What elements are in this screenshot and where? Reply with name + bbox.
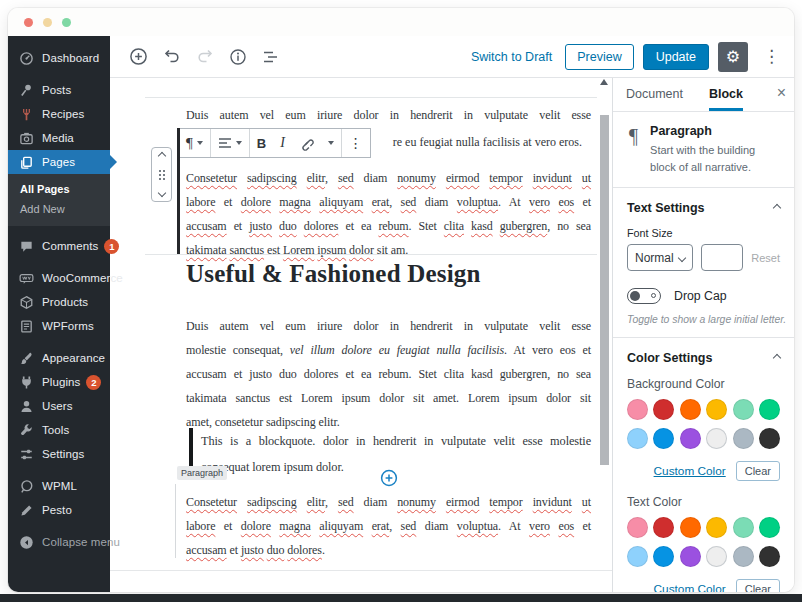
tab-document[interactable]: Document — [626, 78, 683, 111]
scrollbar-thumb[interactable] — [600, 115, 609, 465]
custom-color-link[interactable]: Custom Color — [654, 582, 726, 592]
color-swatch[interactable] — [627, 546, 648, 567]
move-up-button[interactable] — [159, 153, 165, 159]
color-swatch[interactable] — [706, 399, 727, 420]
paragraph-block[interactable]: Duis autem vel eum iriure dolor in hendr… — [186, 314, 591, 434]
drop-cap-toggle[interactable] — [627, 288, 661, 304]
reset-button[interactable]: Reset — [751, 252, 780, 264]
color-swatch[interactable] — [627, 399, 648, 420]
color-swatch[interactable] — [759, 517, 780, 538]
settings-gear-icon[interactable] — [718, 42, 748, 72]
color-settings-header[interactable]: Color Settings — [627, 348, 780, 367]
close-icon[interactable] — [777, 84, 786, 102]
sidebar-item-plugins[interactable]: Plugins2 — [8, 370, 110, 394]
color-swatch[interactable] — [706, 517, 727, 538]
paragraph-block-type-button[interactable]: ¶ — [179, 129, 210, 157]
bold-button[interactable]: B — [250, 129, 273, 157]
window-minimize-dot[interactable] — [43, 18, 52, 27]
drag-handle-icon[interactable] — [158, 169, 166, 181]
color-swatch[interactable] — [759, 399, 780, 420]
sidebar-item-settings[interactable]: Settings — [8, 442, 110, 466]
color-swatch[interactable] — [706, 546, 727, 567]
color-swatch[interactable] — [733, 517, 754, 538]
align-button[interactable] — [211, 129, 249, 157]
color-swatch[interactable] — [759, 546, 780, 567]
sidebar-item-users[interactable]: Users — [8, 394, 110, 418]
info-icon[interactable] — [227, 46, 249, 68]
color-swatch[interactable] — [733, 399, 754, 420]
color-swatch[interactable] — [627, 428, 648, 449]
move-down-button[interactable] — [159, 190, 165, 196]
block-options-icon[interactable] — [342, 129, 370, 157]
color-swatch[interactable] — [680, 399, 701, 420]
paragraph-line: Duis autem vel eum iriure dolor in hendr… — [186, 314, 591, 338]
color-swatch[interactable] — [653, 546, 674, 567]
clear-button[interactable]: Clear — [736, 579, 780, 592]
sidebar-item-woocommerce[interactable]: WooCommerce — [8, 266, 110, 290]
inserter-icon[interactable] — [127, 45, 150, 68]
sidebar-subitem-all-pages[interactable]: All Pages — [8, 179, 110, 199]
switch-to-draft-button[interactable]: Switch to Draft — [471, 50, 552, 64]
paragraph-line: accusam et justo duo dolores. — [186, 538, 591, 562]
color-swatch[interactable] — [733, 546, 754, 567]
scroll-up-arrow-icon[interactable] — [600, 79, 608, 85]
block-boundary-line — [145, 254, 597, 255]
sidebar-item-pages[interactable]: Pages — [8, 150, 110, 174]
list-view-icon[interactable] — [260, 47, 281, 67]
custom-color-link[interactable]: Custom Color — [654, 464, 726, 478]
tab-block[interactable]: Block — [709, 78, 743, 111]
block-mover — [151, 147, 172, 202]
update-button[interactable]: Update — [643, 44, 709, 70]
preview-button[interactable]: Preview — [565, 44, 633, 70]
more-options-icon[interactable] — [757, 44, 786, 69]
color-swatch[interactable] — [627, 517, 648, 538]
sidebar-item-label: Media — [42, 132, 74, 144]
paragraph-line: labore et dolore magna aliquyam erat, se… — [186, 514, 591, 538]
sidebar-item-comments[interactable]: Comments1 — [8, 234, 110, 258]
paragraph-block[interactable]: Consetetur sadipscing elitr, sed diam no… — [186, 490, 591, 562]
sidebar-subitem-add-new[interactable]: Add New — [8, 199, 110, 219]
align-left-icon — [218, 137, 232, 149]
section-title: Text Settings — [627, 201, 705, 215]
sidebar-item-wpforms[interactable]: WPForms — [8, 314, 110, 338]
color-swatch[interactable] — [706, 428, 727, 449]
sidebar-item-tools[interactable]: Tools — [8, 418, 110, 442]
color-swatch[interactable] — [680, 517, 701, 538]
color-swatch[interactable] — [653, 517, 674, 538]
sidebar-item-products[interactable]: Products — [8, 290, 110, 314]
font-size-input[interactable] — [701, 244, 744, 271]
heading-block[interactable]: Useful & Fashioned Design — [186, 260, 481, 288]
sidebar-item-appearance[interactable]: Appearance — [8, 346, 110, 370]
font-size-select[interactable]: Normal — [627, 244, 693, 271]
sidebar-item-recipes[interactable]: Recipes — [8, 102, 110, 126]
more-formats-button[interactable] — [321, 129, 341, 157]
window-close-dot[interactable] — [24, 18, 33, 27]
content-divider — [110, 570, 612, 571]
block-card: ¶ Paragraph Start with the building bloc… — [613, 112, 794, 188]
selected-paragraph-block[interactable]: Consetetur sadipscing elitr, sed diam no… — [186, 166, 591, 262]
sidebar-item-label: Appearance — [42, 352, 105, 364]
link-button[interactable] — [292, 129, 321, 157]
swatch-row — [627, 399, 780, 420]
sidebar-item-dashboard[interactable]: Dashboard — [8, 46, 110, 70]
sidebar-item-pesto[interactable]: Pesto — [8, 498, 110, 522]
color-swatch[interactable] — [733, 428, 754, 449]
undo-icon[interactable] — [161, 47, 183, 66]
add-block-button[interactable] — [380, 469, 398, 487]
color-swatch[interactable] — [653, 428, 674, 449]
redo-icon[interactable] — [194, 47, 216, 66]
italic-button[interactable]: I — [273, 129, 292, 157]
window-maximize-dot[interactable] — [62, 18, 71, 27]
text-settings-header[interactable]: Text Settings — [627, 198, 780, 217]
color-swatch[interactable] — [680, 546, 701, 567]
clear-button[interactable]: Clear — [736, 461, 780, 481]
sidebar-item-media[interactable]: Media — [8, 126, 110, 150]
chevron-down-icon — [328, 141, 334, 145]
color-swatch[interactable] — [653, 399, 674, 420]
color-swatch[interactable] — [759, 428, 780, 449]
sidebar-item-collapse-menu[interactable]: Collapse menu — [8, 530, 110, 554]
color-swatch[interactable] — [680, 428, 701, 449]
sidebar-item-posts[interactable]: Posts — [8, 78, 110, 102]
users-icon — [19, 399, 34, 414]
sidebar-item-wpml[interactable]: WPML — [8, 474, 110, 498]
